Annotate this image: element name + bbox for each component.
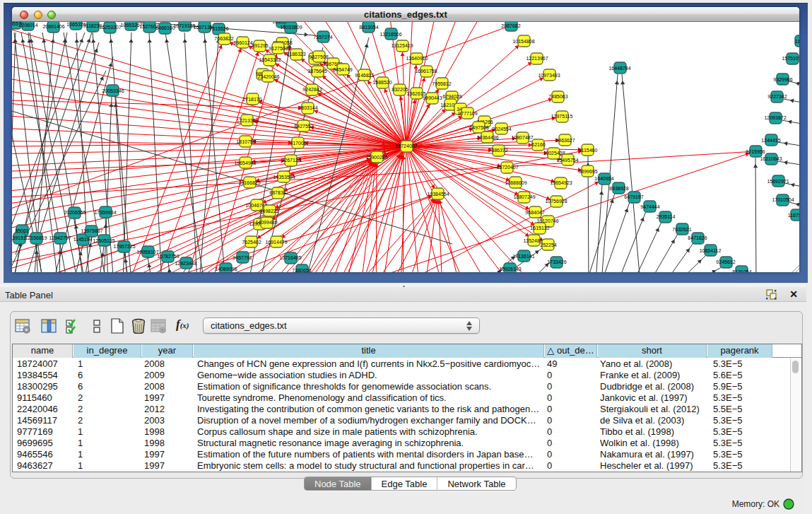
svg-text:6479197: 6479197 [624, 194, 643, 199]
svg-text:8471626: 8471626 [688, 235, 707, 240]
svg-text:9463627: 9463627 [555, 138, 575, 143]
svg-text:8454749: 8454749 [333, 67, 352, 72]
svg-text:16253307: 16253307 [99, 25, 121, 30]
svg-text:8938928: 8938928 [609, 186, 628, 191]
svg-text:11123: 11123 [795, 39, 799, 44]
svg-text:19166825: 19166825 [238, 180, 260, 185]
svg-text:1640954: 1640954 [594, 176, 613, 181]
svg-text:6466160: 6466160 [155, 25, 175, 30]
svg-text:14089098: 14089098 [215, 267, 237, 271]
svg-text:20053346: 20053346 [102, 88, 124, 93]
svg-text:8960124: 8960124 [233, 40, 252, 45]
svg-text:17010504: 17010504 [772, 197, 794, 202]
svg-text:20206555: 20206555 [64, 210, 86, 215]
svg-text:832205: 832205 [392, 87, 408, 92]
svg-text:14136141: 14136141 [512, 254, 534, 259]
svg-text:1145194: 1145194 [73, 237, 93, 242]
svg-text:9242843: 9242843 [302, 87, 322, 92]
svg-text:15900285: 15900285 [365, 155, 387, 160]
svg-text:8215956: 8215956 [746, 149, 765, 154]
svg-text:20691406: 20691406 [42, 24, 64, 29]
svg-text:12213369: 12213369 [236, 118, 258, 123]
svg-text:62160: 62160 [531, 142, 546, 147]
svg-text:16543382: 16543382 [259, 57, 281, 62]
svg-text:252254: 252254 [540, 243, 556, 247]
svg-text:1588520: 1588520 [372, 80, 392, 85]
svg-text:10926143: 10926143 [499, 267, 521, 271]
svg-text:8813054: 8813054 [359, 25, 378, 30]
svg-text:9245612: 9245612 [716, 259, 735, 264]
svg-text:9899695: 9899695 [578, 169, 597, 174]
svg-text:6497508: 6497508 [469, 125, 488, 130]
svg-text:9227342: 9227342 [767, 94, 787, 99]
svg-text:7357274: 7357274 [313, 35, 332, 40]
svg-text:417006: 417006 [290, 141, 306, 146]
svg-text:1615132: 1615132 [530, 226, 549, 230]
svg-text:9457791: 9457791 [233, 255, 252, 260]
svg-text:2935114: 2935114 [657, 214, 676, 219]
svg-text:13716485: 13716485 [279, 255, 301, 260]
svg-text:9127503: 9127503 [269, 46, 288, 51]
svg-text:1244415: 1244415 [761, 138, 780, 143]
svg-text:16033809: 16033809 [280, 25, 302, 30]
svg-text:7485063: 7485063 [548, 94, 567, 99]
svg-text:9115460: 9115460 [579, 148, 598, 153]
svg-text:12975115: 12975115 [551, 114, 573, 119]
svg-text:2718170: 2718170 [242, 97, 261, 102]
svg-text:2803144: 2803144 [298, 105, 317, 110]
svg-text:23420046: 23420046 [257, 74, 279, 79]
svg-text:19654942: 19654942 [234, 160, 256, 165]
svg-text:17359934: 17359934 [94, 210, 116, 215]
svg-text:13125419: 13125419 [391, 43, 413, 48]
svg-text:16782759: 16782759 [157, 254, 179, 259]
svg-text:6794028: 6794028 [442, 94, 461, 99]
svg-text:8131054: 8131054 [732, 269, 751, 272]
svg-text:15495754: 15495754 [556, 158, 578, 163]
svg-text:887834: 887834 [269, 190, 286, 195]
svg-text:7955812: 7955812 [432, 81, 451, 86]
svg-text:8427552: 8427552 [294, 124, 313, 129]
svg-text:1810755: 1810755 [236, 139, 255, 144]
svg-text:9498222: 9498222 [259, 209, 278, 214]
svg-text:15751074: 15751074 [782, 56, 799, 61]
svg-text:7380656: 7380656 [292, 268, 311, 272]
svg-text:18724007: 18724007 [395, 144, 417, 148]
svg-text:3875645: 3875645 [307, 69, 326, 74]
svg-text:14099489: 14099489 [255, 220, 277, 225]
svg-text:2087682: 2087682 [501, 23, 520, 28]
svg-text:19654923: 19654923 [550, 180, 572, 185]
svg-text:14353594: 14353594 [273, 175, 295, 180]
svg-text:10154808: 10154808 [512, 39, 534, 44]
svg-text:12156819: 12156819 [25, 235, 47, 240]
svg-text:10654112: 10654112 [700, 248, 722, 253]
svg-text:16958107: 16958107 [136, 250, 158, 255]
svg-text:18807249: 18807249 [513, 194, 535, 199]
svg-text:39151: 39151 [12, 235, 26, 240]
svg-text:10973493: 10973493 [538, 73, 560, 78]
svg-text:13218506: 13218506 [379, 32, 401, 37]
svg-text:9146821: 9146821 [355, 73, 374, 78]
svg-text:15720407: 15720407 [496, 165, 518, 170]
svg-text:16210643: 16210643 [760, 156, 782, 161]
svg-text:7632621: 7632621 [672, 227, 691, 232]
svg-text:1733426: 1733426 [547, 259, 566, 264]
svg-text:13975887: 13975887 [81, 228, 102, 233]
svg-text:2206014: 2206014 [18, 23, 37, 28]
svg-text:19384554: 19384554 [427, 192, 449, 197]
svg-text:9777109: 9777109 [458, 111, 477, 116]
svg-text:9329966: 9329966 [773, 77, 792, 82]
svg-text:12923448: 12923448 [175, 261, 196, 266]
svg-text:16448784: 16448784 [608, 66, 630, 71]
svg-text:7625402: 7625402 [242, 240, 261, 245]
svg-text:12505135: 12505135 [93, 238, 114, 243]
svg-text:3024554: 3024554 [492, 127, 511, 132]
svg-text:9684047: 9684047 [525, 210, 544, 215]
svg-text:3267130: 3267130 [281, 158, 300, 163]
svg-text:9327508: 9327508 [309, 54, 328, 59]
svg-text:10719185: 10719185 [173, 23, 195, 28]
svg-text:12093872: 12093872 [764, 115, 786, 120]
svg-text:8186323: 8186323 [286, 52, 305, 57]
svg-text:12213967: 12213967 [526, 56, 548, 61]
svg-text:891295: 891295 [252, 43, 268, 48]
svg-text:15692971: 15692971 [767, 179, 789, 184]
